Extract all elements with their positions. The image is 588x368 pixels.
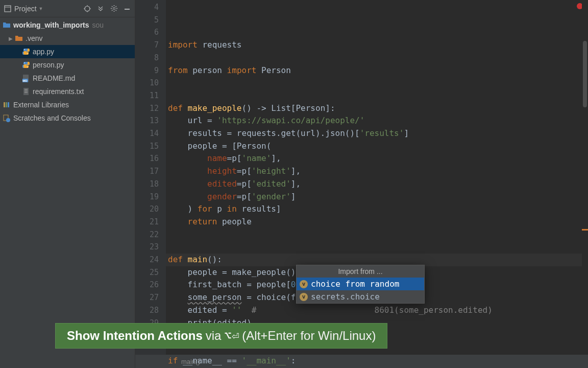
tree-item-app-py[interactable]: app.py [0,45,135,58]
svg-point-2 [85,6,90,11]
line-number: 8 [135,52,159,64]
code-area[interactable]: import requests from person import Perso… [166,0,588,368]
line-number: 23 [135,241,159,254]
python-file-icon [21,47,31,56]
import-suggestion[interactable]: vsecrets.choice [297,290,424,303]
code-line[interactable] [168,241,588,254]
chevron-right-icon: ▶ [7,36,14,41]
tree-item-label: README.md [33,74,75,82]
line-number: 12 [135,102,159,115]
tip-banner: Show Intention Actions via ⌥⏎ (Alt+Enter… [55,323,387,349]
code-line[interactable]: from person import Person [168,64,588,77]
code-line[interactable] [168,228,588,241]
line-number: 24 [135,254,159,266]
line-number: 6 [135,26,159,39]
banner-alt: (Alt+Enter for Win/Linux) [242,329,376,343]
code-line[interactable] [168,77,588,89]
line-number: 14 [135,127,159,140]
line-number: 27 [135,291,159,304]
variable-badge-icon: v [300,293,308,301]
svg-point-10 [27,53,28,54]
target-icon[interactable] [83,4,92,13]
tree-root[interactable]: working_with_imports sou [0,18,135,32]
code-editor[interactable]: 4567891011121314151617181920212223242526… [135,0,588,368]
line-number: 10 [135,77,159,89]
sidebar-toolbar: Project ▼ [0,0,135,17]
minimize-icon[interactable] [122,4,132,13]
external-libraries[interactable]: External Libraries [0,98,135,111]
svg-rect-8 [125,9,130,10]
popup-title: Import from ... [297,265,424,278]
tree-item-label: requirements.txt [33,87,84,96]
svg-rect-16 [23,88,29,95]
code-line[interactable]: return people [168,216,588,228]
markdown-file-icon: MD [21,74,31,83]
banner-via: via [206,329,222,343]
line-number: 22 [135,228,159,241]
suggestion-label: choice from random [311,279,399,289]
line-number: 28 [135,304,159,317]
code-line[interactable]: people = [Person( [168,140,588,153]
tree-item-label: app.py [33,48,54,56]
line-number: 9 [135,64,159,77]
suggestion-label: secrets.choice [311,292,380,302]
code-line[interactable]: gender=p['gender'] [168,191,588,203]
external-libraries-label: External Libraries [13,101,69,109]
line-number: 18 [135,178,159,191]
line-number: 11 [135,89,159,102]
code-line[interactable]: results = requests.get(url).json()['resu… [168,127,588,140]
tree-item-person-py[interactable]: person.py [0,58,135,72]
line-number: 17 [135,165,159,178]
line-number: 7 [135,39,159,52]
scratches[interactable]: Scratches and Consoles [0,111,135,125]
library-icon [2,100,11,109]
tree-item--venv[interactable]: ▶.venv [0,32,135,45]
code-line[interactable]: def make_people() -> List[Person]: [168,102,588,115]
code-line[interactable]: edited = '' # 8601(some_person.edited) [168,304,588,317]
line-gutter: 4567891011121314151617181920212223242526… [135,0,166,368]
code-line[interactable]: url = 'https://swapi.co/api/people/' [168,114,588,127]
import-popup: Import from ... vchoice from randomvsecr… [296,265,425,304]
folder-icon [2,20,11,30]
svg-point-7 [113,8,115,10]
project-dropdown[interactable]: Project ▼ [3,4,43,13]
code-line[interactable] [168,89,588,102]
code-line[interactable]: name=p['name'], [168,152,588,165]
gear-icon[interactable] [109,4,118,13]
project-label: Project [14,5,37,13]
svg-point-24 [6,118,10,122]
chevron-down-icon: ▼ [39,6,43,11]
code-line[interactable]: import requests [168,39,588,52]
svg-point-12 [27,66,28,67]
line-number: 25 [135,266,159,279]
expand-icon[interactable] [96,4,105,13]
root-name: working_with_imports [13,21,89,29]
code-line[interactable]: ) for p in results] [168,203,588,216]
tree-item-requirements-txt[interactable]: requirements.txt [0,85,135,98]
svg-rect-0 [5,6,11,12]
svg-text:MD: MD [22,79,28,82]
python-file-icon [21,60,31,70]
svg-point-9 [24,49,25,50]
banner-bold: Show Intention Actions [67,329,203,343]
line-number: 13 [135,114,159,127]
code-line[interactable]: height=p['height'], [168,165,588,178]
project-tree[interactable]: working_with_imports sou ▶.venvapp.pyper… [0,17,135,368]
svg-point-11 [24,62,25,63]
code-line[interactable]: edited=p['edited'], [168,178,588,191]
code-line[interactable]: if __name__ == '__main__': [168,355,588,367]
folder-icon [14,34,23,43]
scratches-icon [2,113,11,123]
text-file-icon [21,87,31,96]
svg-rect-22 [8,102,9,107]
line-number: 20 [135,203,159,216]
import-suggestion[interactable]: vchoice from random [297,278,424,290]
line-number: 4 [135,1,159,14]
tree-item-README-md[interactable]: MDREADME.md [0,72,135,85]
keyboard-shortcut: ⌥⏎ [224,329,239,343]
line-number: 16 [135,152,159,165]
code-line[interactable] [168,52,588,64]
project-sidebar: Project ▼ working_with_imports [0,0,135,368]
line-number: 21 [135,216,159,228]
svg-rect-21 [6,102,7,107]
